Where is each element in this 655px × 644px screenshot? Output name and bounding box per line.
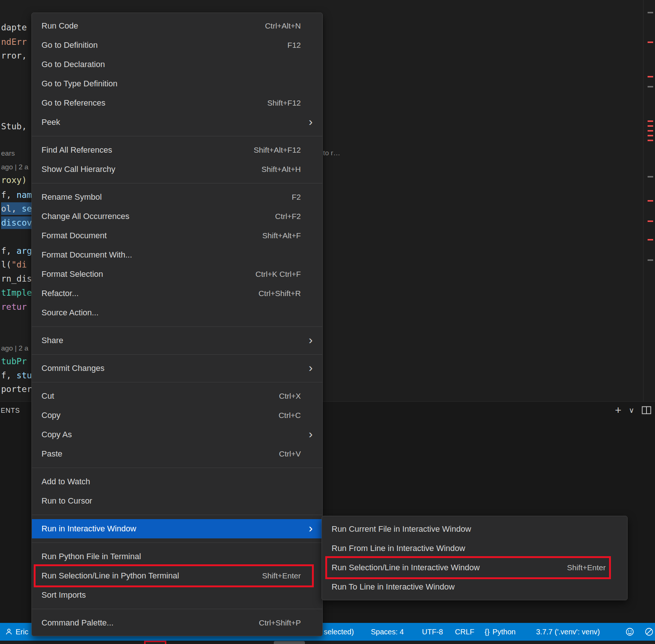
menu-item-copy[interactable]: CopyCtrl+C — [32, 406, 322, 425]
menu-item-go-to-references[interactable]: Go to ReferencesShift+F12 — [32, 93, 322, 113]
menu-item-peek[interactable]: Peek› — [32, 113, 322, 132]
ruler-mark — [648, 130, 653, 132]
statusbar-language-mode[interactable]: {} Python — [485, 623, 516, 641]
menu-separator — [32, 515, 322, 515]
interactive-window-submenu: Run Current File in Interactive Window R… — [322, 516, 628, 600]
submenu-item-run-selection-line-in-interactive-window[interactable]: Run Selection/Line in Interactive Window… — [322, 558, 627, 577]
menu-item-cut[interactable]: CutCtrl+X — [32, 386, 322, 406]
code-line: f, arg — [1, 245, 32, 257]
code-line: rror, — [1, 49, 27, 62]
chevron-right-icon: › — [309, 334, 313, 346]
menu-item-sort-imports[interactable]: Sort Imports — [32, 585, 322, 605]
chevron-down-icon[interactable]: ∨ — [629, 406, 634, 414]
feedback-smiley-icon[interactable] — [625, 623, 634, 641]
ruler-mark — [648, 135, 653, 136]
overview-ruler[interactable] — [643, 0, 655, 401]
chevron-right-icon: › — [309, 362, 313, 374]
menu-item-paste[interactable]: PasteCtrl+V — [32, 444, 322, 464]
submenu-item-run-from-line-in-interactive-window[interactable]: Run From Line in Interactive Window — [322, 539, 627, 558]
menu-item-copy-as[interactable]: Copy As› — [32, 425, 322, 444]
split-panel-icon[interactable] — [642, 406, 651, 415]
menu-item-format-selection[interactable]: Format SelectionCtrl+K Ctrl+F — [32, 265, 322, 284]
menu-item-run-to-cursor[interactable]: Run to Cursor — [32, 491, 322, 511]
code-line: ndErr — [1, 36, 27, 48]
chevron-right-icon: › — [309, 116, 313, 127]
bottom-cutoff-gray-box — [274, 641, 305, 644]
codelens-line: ears — [1, 148, 15, 159]
statusbar-encoding[interactable]: UTF-8 — [422, 623, 443, 641]
statusbar-indentation[interactable]: Spaces: 4 — [371, 623, 404, 641]
ruler-mark — [648, 76, 653, 77]
new-terminal-icon[interactable]: + — [615, 405, 622, 416]
menu-item-source-action[interactable]: Source Action... — [32, 303, 322, 322]
menu-item-run-python-file-in-terminal[interactable]: Run Python File in Terminal — [32, 547, 322, 566]
menu-item-rename-symbol[interactable]: Rename SymbolF2 — [32, 187, 322, 207]
menu-item-commit-changes[interactable]: Commit Changes› — [32, 359, 322, 378]
menu-item-format-document[interactable]: Format DocumentShift+Alt+F — [32, 226, 322, 245]
person-icon — [5, 628, 13, 635]
submenu-item-run-to-line-in-interactive-window[interactable]: Run To Line in Interactive Window — [322, 577, 627, 597]
menu-item-go-to-definition[interactable]: Go to DefinitionF12 — [32, 36, 322, 55]
codelens-fragment: to r… — [323, 149, 340, 157]
menu-separator — [32, 183, 322, 183]
panel-toolbar: + ∨ — [615, 405, 651, 416]
menu-item-change-all-occurrences[interactable]: Change All OccurrencesCtrl+F2 — [32, 207, 322, 226]
ruler-mark — [648, 120, 653, 122]
code-line: Stub, — [1, 120, 27, 133]
menu-separator — [32, 542, 322, 543]
code-line: porter — [1, 383, 32, 395]
braces-icon: {} — [485, 628, 489, 636]
code-line: rn_dis — [1, 272, 32, 285]
menu-item-format-document-with[interactable]: Format Document With... — [32, 245, 322, 265]
menu-separator — [32, 326, 322, 327]
submenu-item-run-current-file-in-interactive-window[interactable]: Run Current File in Interactive Window — [322, 519, 627, 539]
ruler-mark — [648, 86, 653, 87]
codelens-line: ago | 2 a — [1, 162, 29, 173]
bottom-cutoff-red-box — [144, 641, 166, 644]
ruler-mark — [648, 239, 653, 240]
code-line: l("di — [1, 258, 27, 271]
codelens-line: ago | 2 a — [1, 343, 29, 354]
code-line: f, stu — [1, 369, 32, 382]
statusbar-selection-info[interactable]: selected) — [324, 623, 354, 641]
ruler-mark — [648, 42, 653, 43]
menu-item-run-code[interactable]: Run CodeCtrl+Alt+N — [32, 16, 322, 36]
statusbar-user[interactable]: Eric — [5, 623, 28, 641]
context-menu: Run CodeCtrl+Alt+N Go to DefinitionF12 G… — [31, 13, 323, 636]
menu-item-run-in-interactive-window[interactable]: Run in Interactive Window› — [32, 519, 322, 538]
ruler-mark — [648, 140, 653, 141]
menu-item-show-call-hierarchy[interactable]: Show Call HierarchyShift+Alt+H — [32, 160, 322, 179]
do-not-disturb-icon[interactable] — [645, 623, 654, 641]
code-line: tubPr — [1, 355, 27, 368]
ruler-mark — [648, 176, 653, 177]
code-line: f, nam — [1, 189, 32, 201]
menu-item-share[interactable]: Share› — [32, 331, 322, 350]
menu-item-go-to-type-definition[interactable]: Go to Type Definition — [32, 74, 322, 93]
menu-item-command-palette[interactable]: Command Palette...Ctrl+Shift+P — [32, 613, 322, 633]
menu-separator — [32, 382, 322, 382]
code-line: dapte — [1, 21, 27, 34]
code-line: roxy) — [1, 174, 27, 186]
menu-separator — [32, 609, 322, 609]
panel-tab-fragment[interactable]: ENTS — [1, 407, 20, 415]
menu-item-run-selection-line-in-python-terminal[interactable]: Run Selection/Line in Python TerminalShi… — [32, 566, 322, 585]
statusbar-python-interpreter[interactable]: 3.7.7 ('.venv': venv) — [536, 623, 600, 641]
ruler-mark — [648, 200, 653, 202]
ruler-mark — [648, 12, 653, 13]
code-line: retur — [1, 301, 27, 313]
menu-separator — [32, 136, 322, 136]
chevron-right-icon: › — [309, 428, 313, 440]
menu-item-add-to-watch[interactable]: Add to Watch — [32, 472, 322, 491]
ruler-mark — [648, 220, 653, 222]
code-line: tImple — [1, 286, 32, 299]
ruler-mark — [648, 259, 653, 261]
chevron-right-icon: › — [309, 522, 313, 534]
ruler-mark — [648, 125, 653, 127]
menu-item-refactor[interactable]: Refactor...Ctrl+Shift+R — [32, 284, 322, 303]
statusbar-eol[interactable]: CRLF — [455, 623, 474, 641]
menu-separator — [32, 354, 322, 355]
menu-separator — [32, 468, 322, 468]
menu-item-find-all-references[interactable]: Find All ReferencesShift+Alt+F12 — [32, 140, 322, 160]
menu-item-go-to-declaration[interactable]: Go to Declaration — [32, 55, 322, 74]
